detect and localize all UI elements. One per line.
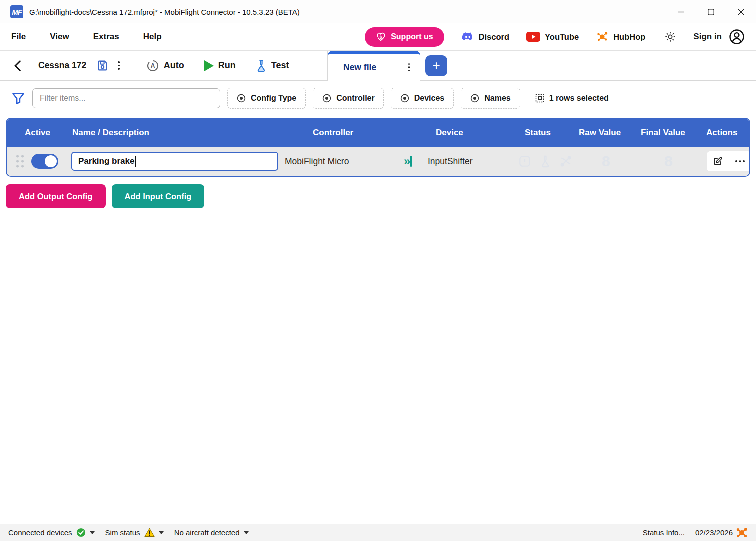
column-device: Device xyxy=(436,128,463,138)
svg-text:$: $ xyxy=(380,35,382,40)
sign-in-button[interactable]: Sign in xyxy=(693,29,745,45)
circle-dot-icon xyxy=(237,94,246,103)
title-bar: MF G:\mobiflight-docs\Cessna 172.mfproj*… xyxy=(0,0,756,23)
tab-menu-button[interactable] xyxy=(405,61,413,74)
sun-icon xyxy=(664,31,676,43)
status-bar: Connected devices Sim status No aircraft… xyxy=(0,524,756,541)
tab-new-file[interactable]: New file xyxy=(328,51,420,81)
filter-devices-button[interactable]: Devices xyxy=(391,88,454,109)
statusbar-divider xyxy=(254,527,254,538)
svg-text:A: A xyxy=(151,62,155,69)
chevron-down-icon xyxy=(90,531,95,534)
menu-view[interactable]: View xyxy=(50,32,69,42)
column-active: Active xyxy=(25,128,50,138)
edit-row-button[interactable] xyxy=(707,151,729,171)
row-device: InputShifter xyxy=(428,156,473,167)
row-status-icons xyxy=(518,155,572,168)
row-raw-value: 8 xyxy=(602,153,610,170)
hubhop-link[interactable]: HubHop xyxy=(596,30,645,43)
maximize-button[interactable] xyxy=(696,0,726,23)
app-logo-icon: MF xyxy=(10,5,23,18)
circle-dot-icon xyxy=(400,94,409,103)
filter-names-button[interactable]: Names xyxy=(461,88,520,109)
sim-status-dropdown[interactable]: Sim status xyxy=(100,524,169,541)
theme-toggle-button[interactable] xyxy=(664,31,676,43)
add-output-config-button[interactable]: Add Output Config xyxy=(6,184,106,208)
window-title: G:\mobiflight-docs\Cessna 172.mfproj* - … xyxy=(29,8,300,16)
auto-toggle[interactable]: A Auto xyxy=(142,59,188,72)
add-input-config-button[interactable]: Add Input Config xyxy=(112,184,205,208)
column-status: Status xyxy=(525,128,551,138)
row-actions xyxy=(707,151,750,171)
save-button[interactable] xyxy=(96,59,109,72)
table-row[interactable]: Parking brake MobiFlight Micro » InputSh… xyxy=(7,147,749,176)
ellipsis-icon xyxy=(735,160,744,162)
project-name: Cessna 172 xyxy=(38,60,86,71)
hubhop-icon xyxy=(596,30,609,43)
heart-dollar-icon: $ xyxy=(376,31,386,42)
minimize-icon xyxy=(678,9,684,15)
filter-config-type-button[interactable]: Config Type xyxy=(227,88,306,109)
filter-row: Config Type Controller Devices Names 1 r… xyxy=(0,81,756,116)
test-flask-icon xyxy=(256,59,267,72)
filter-funnel-icon xyxy=(11,91,25,105)
menu-help[interactable]: Help xyxy=(143,32,162,42)
youtube-link[interactable]: YouTube xyxy=(526,31,579,42)
maximize-icon xyxy=(708,9,714,15)
save-icon xyxy=(96,59,109,72)
project-menu-button[interactable] xyxy=(114,59,124,72)
column-name: Name / Description xyxy=(72,128,149,138)
table-header: Active Name / Description Controller Dev… xyxy=(7,119,749,147)
back-button[interactable] xyxy=(11,58,24,73)
run-button[interactable]: Run xyxy=(200,60,240,71)
filter-controller-button[interactable]: Controller xyxy=(313,88,383,109)
toggle-knob xyxy=(45,155,57,167)
chevron-down-icon xyxy=(159,531,164,534)
row-more-button[interactable] xyxy=(729,151,750,171)
text-caret xyxy=(135,156,136,167)
auto-icon: A xyxy=(146,59,159,72)
hubhop-status-icon xyxy=(736,527,748,539)
circle-dot-icon xyxy=(470,94,479,103)
edit-pencil-icon xyxy=(713,156,723,166)
connected-devices-dropdown[interactable]: Connected devices xyxy=(3,524,100,541)
config-table: Active Name / Description Controller Dev… xyxy=(6,118,750,177)
tab-label: New file xyxy=(343,62,376,73)
account-icon xyxy=(729,29,745,45)
youtube-icon xyxy=(526,31,540,42)
status-precondition-icon xyxy=(559,155,572,168)
filter-items-input[interactable] xyxy=(32,88,220,108)
close-button[interactable] xyxy=(726,0,756,23)
status-test-icon xyxy=(539,155,551,168)
connected-ok-icon xyxy=(76,528,86,537)
row-final-value: 8 xyxy=(664,153,673,170)
column-actions: Actions xyxy=(706,128,737,138)
support-us-button[interactable]: $ Support us xyxy=(365,27,444,47)
aircraft-status-dropdown[interactable]: No aircraft detected xyxy=(169,524,254,541)
add-tab-button[interactable]: + xyxy=(425,55,447,76)
back-chevron-icon xyxy=(14,60,21,71)
rows-selected-status: 1 rows selected xyxy=(535,94,609,103)
toolbar-divider xyxy=(133,59,133,72)
run-play-icon xyxy=(204,60,214,71)
column-raw-value: Raw Value xyxy=(579,128,621,138)
discord-link[interactable]: Discord xyxy=(461,30,509,43)
menu-extras[interactable]: Extras xyxy=(93,32,119,42)
minimize-button[interactable] xyxy=(666,0,696,23)
row-controller: MobiFlight Micro xyxy=(285,156,349,167)
test-button[interactable]: Test xyxy=(252,59,293,72)
circle-dot-icon xyxy=(322,94,331,103)
status-info-link[interactable]: Status Info... xyxy=(638,524,690,541)
discord-icon xyxy=(461,30,474,43)
menu-bar: File View Extras Help $ Support us Disco… xyxy=(0,23,756,51)
active-toggle[interactable] xyxy=(31,154,58,169)
project-toolbar: Cessna 172 A Auto Run Test xyxy=(0,51,328,80)
name-description-input[interactable]: Parking brake xyxy=(71,152,278,171)
column-final-value: Final Value xyxy=(641,128,685,138)
chevron-down-icon xyxy=(244,531,249,534)
add-config-row: Add Output Config Add Input Config xyxy=(6,184,750,208)
drag-handle[interactable] xyxy=(16,155,24,168)
input-device-icon: » xyxy=(404,155,412,167)
menu-file[interactable]: File xyxy=(11,32,26,42)
selection-icon xyxy=(535,94,544,103)
